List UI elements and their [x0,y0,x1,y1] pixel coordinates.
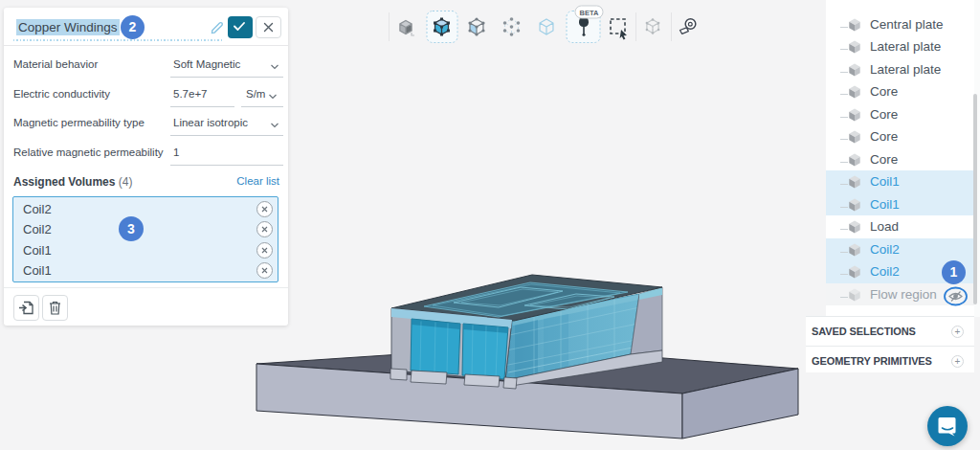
svg-text:BETA: BETA [580,9,599,17]
